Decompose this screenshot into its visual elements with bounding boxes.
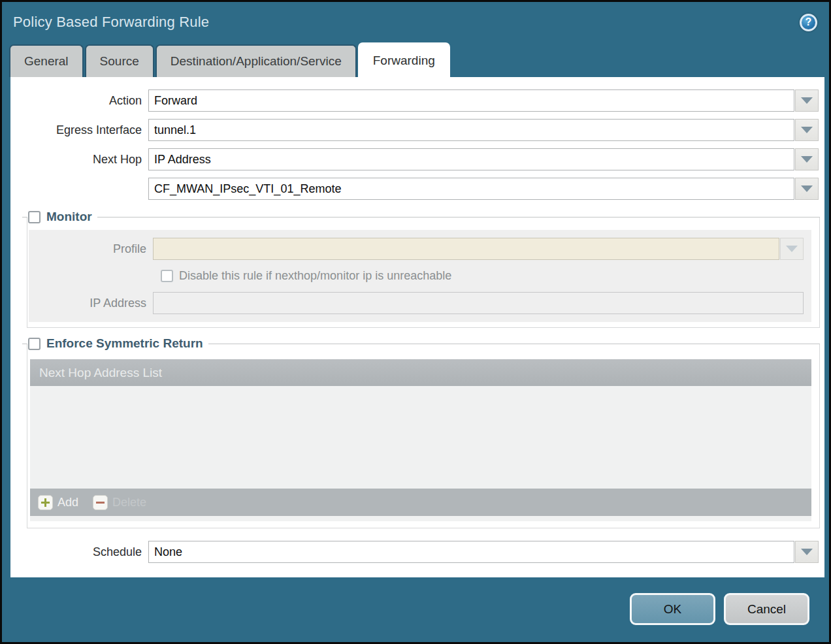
tab-destination-application-service[interactable]: Destination/Application/Service: [155, 44, 357, 77]
minus-icon: [93, 495, 108, 510]
profile-dropdown-button: [780, 238, 804, 260]
legend-line: [22, 344, 27, 344]
monitor-legend: Monitor: [46, 210, 92, 224]
profile-dropdown: [153, 238, 779, 260]
chevron-down-icon: [801, 156, 813, 163]
enforce-symmetric-return-groupbox: Enforce Symmetric Return Next Hop Addres…: [27, 344, 820, 528]
chevron-down-icon: [801, 185, 813, 192]
help-icon[interactable]: ?: [800, 14, 817, 31]
chevron-down-icon: [801, 549, 813, 555]
next-hop-address-dropdown[interactable]: CF_MWAN_IPsec_VTI_01_Remote: [148, 178, 794, 200]
next-hop-dropdown[interactable]: IP Address: [148, 148, 794, 170]
monitor-ip-address-row: IP Address: [29, 292, 811, 314]
dialog-title: Policy Based Forwarding Rule: [13, 14, 800, 31]
action-row: Action Forward: [10, 89, 819, 112]
next-hop-dropdown-button[interactable]: [795, 148, 819, 170]
tab-general[interactable]: General: [9, 44, 84, 77]
next-hop-address-dropdown-button[interactable]: [795, 178, 819, 200]
legend-line: [208, 344, 820, 344]
add-button-label: Add: [57, 496, 78, 509]
chevron-down-icon: [801, 97, 813, 104]
disable-rule-checkbox: [161, 270, 173, 282]
legend-line: [22, 217, 27, 217]
monitor-checkbox[interactable]: [28, 211, 41, 223]
next-hop-address-row: CF_MWAN_IPsec_VTI_01_Remote: [10, 178, 819, 200]
chevron-down-icon: [786, 246, 798, 252]
disable-rule-label: Disable this rule if nexthop/monitor ip …: [179, 269, 451, 283]
next-hop-row: Next Hop IP Address: [10, 148, 819, 170]
schedule-dropdown-button[interactable]: [795, 541, 819, 563]
ok-button[interactable]: OK: [630, 593, 715, 625]
tab-bar: General Source Destination/Application/S…: [2, 42, 829, 77]
legend-line: [97, 217, 820, 217]
next-hop-label: Next Hop: [10, 153, 148, 167]
next-hop-address-list-body[interactable]: [30, 386, 811, 489]
schedule-dropdown[interactable]: None: [148, 541, 794, 563]
table-footer-strip: [30, 516, 811, 521]
action-label: Action: [10, 94, 148, 108]
pbf-rule-dialog: Policy Based Forwarding Rule ? General S…: [0, 0, 831, 644]
dialog-footer: OK Cancel: [630, 593, 809, 625]
add-button[interactable]: Add: [38, 495, 78, 510]
monitor-ip-address-input: [153, 292, 804, 314]
monitor-inner-panel: Profile Disable this rule if nexthop/mon…: [29, 230, 811, 322]
next-hop-address-list-header: Next Hop Address List: [30, 359, 811, 386]
delete-button: Delete: [93, 495, 146, 510]
chevron-down-icon: [801, 127, 813, 133]
monitor-ip-address-label: IP Address: [29, 297, 153, 310]
egress-interface-dropdown[interactable]: tunnel.1: [148, 119, 794, 141]
schedule-row: Schedule None: [10, 541, 819, 563]
monitor-groupbox: Monitor Profile Disable this rule if nex…: [27, 217, 820, 328]
egress-interface-label: Egress Interface: [10, 123, 148, 137]
egress-interface-dropdown-button[interactable]: [795, 119, 819, 141]
schedule-label: Schedule: [10, 545, 148, 559]
next-hop-address-list-toolbar: Add Delete: [30, 489, 811, 516]
enforce-legend-row: Enforce Symmetric Return: [22, 336, 819, 351]
title-bar: Policy Based Forwarding Rule ?: [2, 2, 829, 42]
monitor-legend-row: Monitor: [22, 210, 819, 224]
enforce-symmetric-return-checkbox[interactable]: [28, 338, 41, 350]
enforce-symmetric-return-legend: Enforce Symmetric Return: [46, 336, 203, 351]
disable-rule-row: Disable this rule if nexthop/monitor ip …: [159, 269, 811, 283]
profile-label: Profile: [29, 242, 153, 256]
cancel-button[interactable]: Cancel: [724, 593, 809, 625]
tab-forwarding[interactable]: Forwarding: [358, 42, 450, 77]
delete-button-label: Delete: [112, 496, 146, 509]
profile-row: Profile: [29, 238, 811, 260]
tab-source[interactable]: Source: [85, 44, 154, 77]
next-hop-address-list-table: Next Hop Address List Add Delete: [30, 359, 811, 521]
action-dropdown-button[interactable]: [795, 89, 819, 112]
action-dropdown[interactable]: Forward: [148, 89, 794, 112]
plus-icon: [38, 495, 53, 510]
forwarding-tab-panel: Action Forward Egress Interface tunnel.1…: [10, 77, 824, 577]
egress-interface-row: Egress Interface tunnel.1: [10, 119, 819, 141]
